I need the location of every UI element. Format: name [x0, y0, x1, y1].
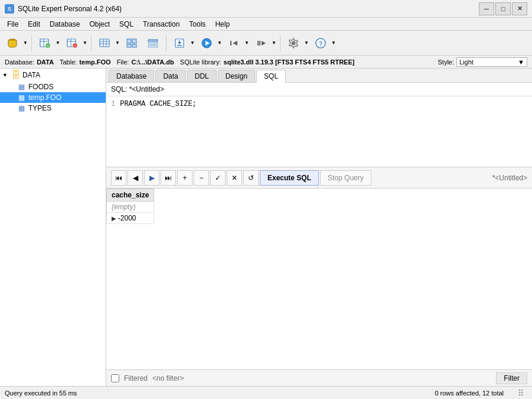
tree-item-tempfoo[interactable]: ▦ temp.FOO — [0, 92, 106, 103]
tree-expand-icon: ▼ — [2, 72, 9, 78]
svg-rect-17 — [132, 39, 136, 43]
app-title: SQLite Expert Personal 4.2 (x64) — [18, 5, 122, 13]
svg-rect-19 — [132, 44, 136, 47]
grid3-button[interactable] — [143, 33, 163, 53]
row-indicator: ▶ — [112, 215, 118, 222]
toolbar-sep-4 — [280, 35, 280, 51]
delete-icon: − — [66, 37, 78, 49]
tab-database[interactable]: Database — [109, 70, 154, 82]
import-icon — [174, 37, 185, 49]
menu-edit[interactable]: Edit — [23, 19, 45, 30]
remove-row-button[interactable]: − — [194, 170, 209, 186]
right-panel: Database Data DDL Design SQL SQL: *<Unti… — [106, 69, 532, 386]
play-button[interactable] — [197, 33, 217, 53]
open-db-button[interactable] — [2, 33, 22, 53]
toolbar-sep-2 — [91, 35, 92, 51]
refresh-button[interactable]: ↺ — [243, 170, 259, 186]
tab-ddl[interactable]: DDL — [187, 70, 217, 82]
menubar: File Edit Database Object SQL Transactio… — [0, 18, 532, 31]
menu-tools[interactable]: Tools — [184, 19, 210, 30]
tab-data[interactable]: Data — [155, 70, 185, 82]
play-arrow[interactable]: ▼ — [217, 33, 223, 53]
sql-toolbar: ⏮ ◀ ▶ ⏭ + − ✓ ✕ ↺ Execute SQL Stop Query… — [106, 167, 532, 189]
menu-sql[interactable]: SQL — [115, 19, 138, 30]
col-header-cache_size: cache_size — [107, 189, 154, 202]
settings-arrow[interactable]: ▼ — [303, 33, 309, 53]
infobar: Database: DATA Table: temp.FOO File: C:\… — [0, 56, 532, 69]
help-button[interactable]: ? — [311, 33, 331, 53]
filter-checkbox[interactable] — [111, 374, 119, 382]
tree-item-data[interactable]: ▼ 🗄 DATA — [0, 69, 106, 82]
prev-group: ▼ — [224, 33, 250, 53]
menu-database[interactable]: Database — [45, 19, 84, 30]
cancel-edit-button[interactable]: ✕ — [227, 170, 242, 186]
filter-label: Filtered — [124, 374, 148, 382]
style-selector: Style: Light ▼ — [438, 57, 527, 67]
sql-code: PRAGMA CACHE_SIZE; — [120, 100, 197, 108]
new-table-button[interactable]: + — [35, 33, 55, 53]
first-row-button[interactable]: ⏮ — [111, 170, 126, 186]
toolbar-sep-1 — [31, 35, 32, 51]
help-arrow[interactable]: ▼ — [331, 33, 337, 53]
add-row-button[interactable]: + — [177, 170, 192, 186]
database-value: DATA — [37, 59, 54, 66]
open-db-group: ▼ — [2, 33, 28, 53]
menu-help[interactable]: Help — [210, 19, 234, 30]
stop-arrow[interactable]: ▼ — [271, 33, 277, 53]
confirm-button[interactable]: ✓ — [210, 170, 226, 186]
table-icon-tempfoo: ▦ — [18, 93, 25, 102]
tree-item-types[interactable]: ▦ TYPES — [0, 103, 106, 113]
new-table-group: + ▼ — [35, 33, 61, 53]
delete-arrow[interactable]: ▼ — [82, 33, 88, 53]
prev-row-button[interactable]: ◀ — [128, 170, 143, 186]
import-group: ▼ — [169, 33, 195, 53]
database-folder-icon: 🗄 — [11, 70, 21, 80]
close-button[interactable]: ✕ — [512, 2, 527, 15]
table-row[interactable]: ▶ -2000 — [107, 213, 154, 224]
cell-value: ▶ -2000 — [107, 213, 154, 224]
grid-button[interactable] — [94, 33, 115, 53]
svg-rect-11 — [100, 39, 109, 47]
execute-sql-button[interactable]: Execute SQL — [260, 170, 319, 186]
settings-group: ▼ — [283, 33, 309, 53]
filter-no-filter: <no filter> — [152, 374, 184, 382]
play-icon — [201, 37, 213, 49]
delete-button[interactable]: − — [62, 33, 82, 53]
style-dropdown[interactable]: Light ▼ — [456, 57, 527, 67]
file-label: File: — [113, 59, 129, 66]
help-group: ? ▼ — [311, 33, 337, 53]
menu-object[interactable]: Object — [84, 19, 115, 30]
new-table-arrow[interactable]: ▼ — [55, 33, 61, 53]
sqlite-label: SQLite library: — [177, 59, 221, 66]
menu-file[interactable]: File — [2, 19, 23, 30]
import-button[interactable] — [169, 33, 190, 53]
toolbar-sep-3 — [166, 35, 167, 51]
settings-button[interactable] — [283, 33, 303, 53]
database-label: Database: — [5, 59, 34, 66]
grid2-button[interactable] — [122, 33, 142, 53]
prev-button[interactable] — [224, 33, 244, 53]
maximize-button[interactable]: □ — [495, 2, 511, 15]
sqlite-value: sqlite3.dll 3.19.3 [FTS3 FTS4 FTS5 RTREE… — [224, 59, 355, 66]
menu-transaction[interactable]: Transaction — [138, 19, 184, 30]
tab-sql[interactable]: SQL — [256, 70, 286, 83]
grid2-icon — [126, 37, 138, 49]
style-value: Light — [459, 59, 474, 66]
sql-title: SQL: *<Untitled> — [106, 83, 532, 96]
minimize-button[interactable]: ─ — [479, 2, 494, 15]
svg-rect-22 — [148, 46, 158, 47]
grid-arrow[interactable]: ▼ — [115, 33, 120, 53]
sql-editor[interactable]: 1PRAGMA CACHE_SIZE; — [106, 96, 532, 167]
tree-item-foods[interactable]: ▦ FOODS — [0, 82, 106, 92]
tab-design[interactable]: Design — [218, 70, 255, 82]
stop-query-button[interactable]: Stop Query — [320, 170, 371, 186]
svg-text:+: + — [47, 44, 49, 48]
open-db-arrow[interactable]: ▼ — [22, 33, 28, 53]
filter-button[interactable]: Filter — [496, 372, 527, 384]
stop-button[interactable] — [251, 33, 271, 53]
prev-arrow[interactable]: ▼ — [244, 33, 250, 53]
last-row-button[interactable]: ⏭ — [161, 170, 176, 186]
svg-rect-18 — [127, 44, 131, 47]
import-arrow[interactable]: ▼ — [190, 33, 195, 53]
next-row-button[interactable]: ▶ — [144, 170, 159, 186]
